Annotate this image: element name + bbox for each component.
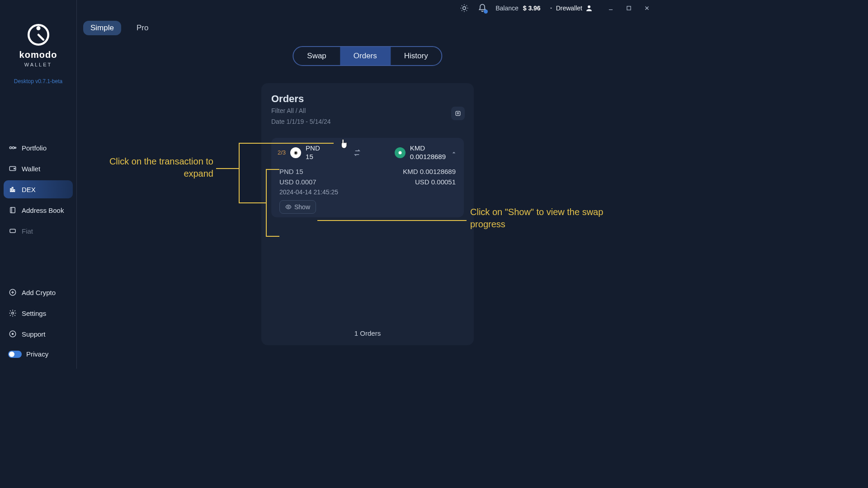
export-button[interactable]	[451, 107, 465, 120]
svg-line-8	[38, 35, 43, 40]
annotation-line	[239, 143, 240, 203]
annotation-line	[317, 220, 467, 221]
export-icon	[454, 110, 462, 117]
gear-icon	[8, 309, 17, 318]
dex-icon	[8, 185, 17, 194]
portfolio-icon	[8, 143, 17, 152]
sidebar: komodo WALLET Desktop v0.7.1-beta Portfo…	[0, 0, 77, 369]
svg-point-0	[463, 7, 466, 10]
theme-icon[interactable]	[459, 3, 469, 13]
sidebar-item-label: Support	[22, 330, 46, 338]
orders-count: 1 Orders	[261, 329, 474, 337]
order-row-header[interactable]: 2/3 ◉ PND 15 KMD 0.00128689	[278, 144, 458, 161]
fiat-icon	[8, 226, 17, 235]
sidebar-item-label: Address Book	[22, 206, 64, 214]
toggle-icon[interactable]	[8, 351, 22, 358]
balance-value: $ 3.96	[523, 5, 541, 12]
bell-icon[interactable]	[477, 3, 487, 13]
window-minimize-icon[interactable]	[606, 3, 616, 13]
addressbook-icon	[8, 206, 17, 215]
sidebar-item-addressbook[interactable]: Address Book	[4, 201, 73, 219]
swap-icon	[325, 148, 390, 157]
user-menu[interactable]: Drewallet	[549, 4, 593, 12]
svg-rect-17	[10, 207, 15, 213]
sidebar-item-privacy[interactable]: Privacy	[4, 346, 73, 362]
from-amount: 15	[306, 153, 320, 161]
sidebar-item-label: Portfolio	[22, 144, 47, 152]
sidebar-item-portfolio[interactable]: Portfolio	[4, 139, 73, 157]
annotation-line	[216, 168, 240, 169]
sidebar-item-addcrypto[interactable]: Add Crypto	[4, 283, 73, 301]
svg-rect-16	[14, 190, 14, 192]
svg-point-11	[15, 147, 16, 149]
window-maximize-icon[interactable]	[624, 3, 634, 13]
window-titlebar: Balance $ 3.96 Drewallet	[0, 0, 658, 16]
sidebar-item-support[interactable]: Support	[4, 325, 73, 343]
sidebar-nav: Portfolio Wallet DEX Address Book Fiat	[0, 139, 76, 240]
svg-rect-3	[627, 6, 631, 10]
svg-rect-15	[12, 188, 13, 192]
annotation-line	[266, 236, 279, 237]
svg-point-13	[14, 168, 15, 169]
seg-orders[interactable]: Orders	[340, 47, 391, 65]
tab-simple[interactable]: Simple	[83, 21, 121, 35]
seg-history[interactable]: History	[391, 47, 442, 65]
chevron-down-icon	[549, 6, 553, 10]
detail-to-usd: USD 0.00051	[415, 178, 456, 186]
svg-point-23	[12, 312, 14, 314]
orders-panel: Orders Filter All / All Date 1/1/19 - 5/…	[261, 83, 474, 345]
balance-text: Balance	[495, 5, 519, 12]
mode-tabs: Simple Pro	[77, 15, 658, 41]
sidebar-item-label: Fiat	[22, 227, 33, 235]
window-close-icon[interactable]	[642, 3, 652, 13]
logo-subtext: WALLET	[24, 62, 52, 67]
svg-point-10	[12, 147, 14, 149]
show-button[interactable]: Show	[279, 200, 316, 214]
svg-point-9	[9, 147, 12, 149]
svg-point-28	[288, 206, 289, 208]
logo-icon	[25, 22, 52, 48]
sidebar-item-label: Wallet	[22, 165, 40, 173]
panel-date-line: Date 1/1/19 - 5/14/24	[271, 117, 464, 127]
annotation-line	[239, 143, 334, 144]
notification-dot-icon	[484, 9, 488, 14]
to-symbol: KMD	[410, 144, 446, 153]
sidebar-item-label: DEX	[22, 186, 36, 193]
sidebar-item-dex[interactable]: DEX	[4, 180, 73, 198]
logo-text: komodo	[19, 50, 57, 60]
coin-kmd-icon	[395, 147, 406, 158]
tab-pro[interactable]: Pro	[129, 21, 156, 35]
sidebar-item-label: Add Crypto	[22, 289, 56, 296]
cursor-pointer-icon	[340, 138, 349, 150]
to-amount: 0.00128689	[410, 153, 446, 161]
app-logo: komodo WALLET	[0, 22, 76, 67]
seg-swap[interactable]: Swap	[293, 47, 340, 65]
sidebar-item-label: Privacy	[26, 350, 48, 358]
panel-filter-line: Filter All / All	[271, 107, 464, 116]
order-timestamp: 2024-04-14 21:45:25	[279, 188, 456, 196]
support-icon	[8, 329, 17, 338]
annotation-line	[266, 169, 267, 237]
detail-from: PND 15	[279, 168, 303, 175]
sidebar-item-settings[interactable]: Settings	[4, 304, 73, 322]
annotation-line	[266, 169, 279, 170]
sidebar-item-wallet[interactable]: Wallet	[4, 160, 73, 178]
version-label: Desktop v0.7.1-beta	[0, 78, 76, 84]
show-label: Show	[294, 203, 310, 211]
add-icon	[8, 288, 17, 297]
annotation-left: Click on the transaction to expand	[78, 155, 213, 180]
svg-point-7	[36, 26, 40, 30]
annotation-right: Click on "Show" to view the swap progres…	[470, 206, 615, 230]
svg-point-27	[398, 151, 401, 154]
svg-point-1	[588, 5, 590, 8]
order-row[interactable]: 2/3 ◉ PND 15 KMD 0.00128689	[271, 138, 464, 217]
sidebar-item-fiat: Fiat	[4, 222, 73, 240]
order-to-pair: KMD 0.00128689	[410, 144, 446, 161]
detail-to: KMD 0.00128689	[403, 168, 456, 175]
svg-point-25	[12, 333, 14, 335]
chevron-up-icon	[450, 149, 458, 156]
coin-pnd-icon: ◉	[290, 147, 301, 158]
dex-segmented: Swap Orders History	[292, 46, 442, 66]
user-name: Drewallet	[556, 5, 582, 12]
wallet-icon	[8, 164, 17, 173]
